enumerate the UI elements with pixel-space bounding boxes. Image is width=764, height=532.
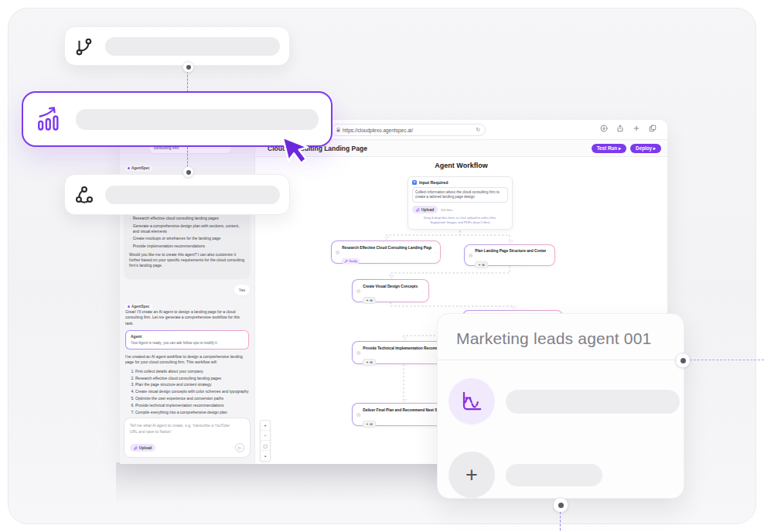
step-item: Create visual design concepts with color… xyxy=(135,389,249,394)
step-item: First collect details about your company xyxy=(135,369,249,374)
input-node-description[interactable]: Collect information about the cloud cons… xyxy=(412,187,508,203)
stage: https://cloudplexo.agentspec.ai/ ↻ consu… xyxy=(0,0,764,532)
canvas-controls: + − ▢ ▪ xyxy=(260,420,271,462)
node-title: Deliver Final Plan and Recommend Next St… xyxy=(363,408,445,412)
test-run-button[interactable]: Test Run ▸ xyxy=(592,144,626,153)
upload-hint: Supported: Images and PDFs (max 5 files) xyxy=(412,220,508,225)
divider xyxy=(438,360,684,360)
tool-badge: Tavily xyxy=(342,258,359,264)
workflow-chip-branch[interactable] xyxy=(64,26,290,66)
agent-card-title: Marketing leads agent 001 xyxy=(438,314,684,360)
assistant-question: Would you like me to create this agent? … xyxy=(129,252,245,269)
node-status-icon: ◎ xyxy=(356,288,360,293)
agent-label: AgentSpec xyxy=(125,304,152,309)
connector-dot xyxy=(553,497,568,513)
step-item: Plan the page structure and content stra… xyxy=(135,382,249,387)
agent-ready-title: Agent xyxy=(131,334,244,339)
sparkle-icon: ✦ xyxy=(366,360,369,364)
connector-dot xyxy=(675,353,691,368)
assistant-body: I've created an AI agent workflow to des… xyxy=(125,354,249,366)
analytics-curve-icon xyxy=(460,390,483,413)
tabs-icon[interactable] xyxy=(649,124,657,132)
network-icon xyxy=(74,185,94,205)
node-status-icon: ◎ xyxy=(469,253,472,257)
connector-dot xyxy=(182,166,194,178)
node-upload-button[interactable]: Upload xyxy=(412,206,438,213)
download-icon[interactable] xyxy=(600,124,608,132)
upload-button[interactable]: Upload xyxy=(130,444,155,452)
chrome-toolbar-icons xyxy=(600,124,657,132)
files-count: 0/5 files xyxy=(441,208,452,212)
drag-handle-icon[interactable]: ∷ xyxy=(434,250,436,254)
url-text: https://cloudplexo.agentspec.ai/ xyxy=(343,128,413,133)
url-bar[interactable]: https://cloudplexo.agentspec.ai/ ↻ xyxy=(331,124,486,136)
paperclip-icon xyxy=(134,446,138,450)
user-message: Yes xyxy=(234,285,250,295)
add-agent-button[interactable]: + xyxy=(449,452,495,498)
ai-badge: ✦AI xyxy=(363,421,376,428)
step-item: Provide technical implementation recomme… xyxy=(135,403,249,408)
placeholder-pill xyxy=(506,390,680,414)
wrench-icon xyxy=(344,260,348,264)
placeholder-pill xyxy=(105,186,280,204)
ai-badge: ✦AI xyxy=(363,297,376,304)
git-branch-icon xyxy=(74,36,94,56)
node-status-icon: ◎ xyxy=(356,350,360,355)
connector-line xyxy=(187,71,188,92)
sparkle-icon: ✦ xyxy=(366,422,369,426)
agent-avatar xyxy=(449,378,495,425)
workflow-chip-network[interactable] xyxy=(64,174,290,215)
agent-label: AgentSpec xyxy=(125,165,152,171)
assistant-message: Great! I'll create an AI agent to design… xyxy=(124,309,251,418)
agent-overlay-card[interactable]: Marketing leads agent 001 + xyxy=(437,313,684,499)
sparkle-icon: ✦ xyxy=(478,263,481,267)
step-item: Research effective cloud consulting land… xyxy=(135,376,249,381)
placeholder-pill xyxy=(105,37,280,56)
agent-ready-subtitle: Your Agent is ready, you can ask follow … xyxy=(131,341,244,346)
agent-dot-icon xyxy=(128,305,130,308)
connector-dot xyxy=(182,61,194,73)
assistant-intro: Great! I'll create an AI agent to design… xyxy=(125,309,249,326)
drag-handle-icon[interactable]: ∷ xyxy=(548,253,551,257)
chat-input[interactable]: Tell me what AI agent to create, e.g. 't… xyxy=(124,418,251,458)
growth-chart-icon xyxy=(36,106,62,132)
bullet-item: ·Provide implementation recommendations xyxy=(129,244,245,249)
node-status-icon: ◎ xyxy=(336,250,339,254)
bullet-item: ·Create mockups or wireframes for the la… xyxy=(129,236,245,241)
deploy-button[interactable]: Deploy ▸ xyxy=(630,144,661,153)
node-plan[interactable]: ◎ Plan Landing Page Structure and Conten… xyxy=(464,244,555,266)
node-design[interactable]: ◎ Create Visual Design Concepts ✦AI ∷ xyxy=(352,279,429,302)
bullet-item: ·Research effective cloud consulting lan… xyxy=(129,216,245,221)
input-required-node[interactable]: ≡ Input Required Collect information abo… xyxy=(408,176,513,230)
send-button[interactable]: ▷ xyxy=(235,443,244,452)
new-tab-icon[interactable] xyxy=(633,124,640,132)
drag-handle-icon[interactable]: ∷ xyxy=(422,288,425,293)
connector-line xyxy=(187,147,188,167)
share-icon[interactable] xyxy=(616,124,624,132)
lock-button[interactable]: ▪ xyxy=(261,451,270,461)
node-status-icon: ◎ xyxy=(356,412,360,417)
lock-icon xyxy=(336,128,340,132)
sparkle-icon: ✦ xyxy=(366,298,369,302)
step-item: Optimize the user experience and convers… xyxy=(135,396,249,401)
chat-input-placeholder: Tell me what AI agent to create, e.g. 't… xyxy=(130,423,235,435)
connector-line xyxy=(560,512,561,530)
ai-badge: ✦AI xyxy=(363,359,376,366)
paperclip-icon xyxy=(416,208,420,212)
zoom-in-button[interactable]: + xyxy=(261,421,270,431)
agent-ready-card[interactable]: Agent Your Agent is ready, you can ask f… xyxy=(125,330,249,350)
agent-dot-icon xyxy=(128,167,130,169)
zoom-out-button[interactable]: − xyxy=(261,431,270,441)
placeholder-pill xyxy=(506,464,602,486)
node-research[interactable]: ◎ Research Effective Cloud Consulting La… xyxy=(331,240,441,264)
reload-icon[interactable]: ↻ xyxy=(476,127,480,133)
placeholder-pill xyxy=(76,109,319,130)
workflow-steps-list: First collect details about your company… xyxy=(125,369,249,418)
node-title: Create Visual Design Concepts xyxy=(363,285,418,288)
input-node-label: Input Required xyxy=(419,180,448,185)
node-title: Research Effective Cloud Consulting Land… xyxy=(342,246,431,250)
ai-badge: ✦AI xyxy=(475,261,488,268)
fit-view-button[interactable]: ▢ xyxy=(261,441,270,451)
node-title: Provide Technical Implementation Recomme… xyxy=(363,346,447,350)
connector-line xyxy=(690,360,764,360)
